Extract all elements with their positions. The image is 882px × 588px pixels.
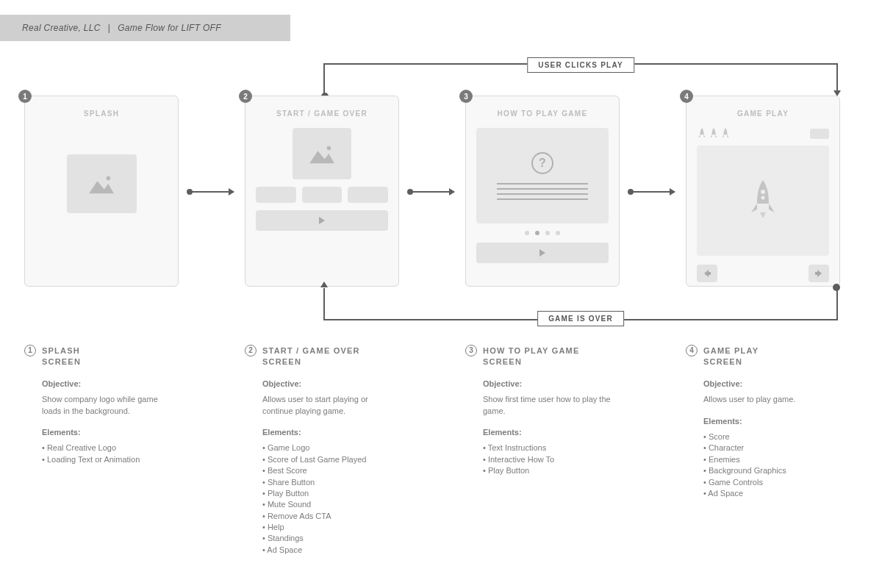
elements-list-item: Share Button	[262, 477, 399, 488]
arrow-right-icon	[814, 269, 823, 278]
card-number-badge: 1	[18, 90, 32, 103]
rocket-large-icon	[745, 179, 781, 223]
play-icon	[539, 249, 545, 257]
objective-heading: Objective:	[262, 379, 399, 390]
desc-number: 2	[245, 345, 257, 356]
card-label: SPLASH	[35, 110, 168, 118]
elements-list-item: Real Creative Logo	[42, 442, 179, 453]
desc-number: 4	[686, 345, 698, 356]
button-placeholder	[348, 187, 388, 203]
connector-top-label: USER CLICKS PLAY	[527, 57, 634, 73]
card-label: START / GAME OVER	[256, 110, 388, 118]
elements-list-item: Best Score	[262, 465, 399, 476]
card-splash: 1 SPLASH	[24, 96, 179, 287]
score-placeholder	[810, 129, 829, 139]
button-placeholder	[302, 187, 343, 203]
objective-text: Show company logo while game loads in th…	[42, 394, 179, 417]
objective-heading: Objective:	[483, 379, 620, 390]
card-number-badge: 3	[459, 90, 473, 103]
objective-heading: Objective:	[42, 379, 179, 390]
howto-content-placeholder: ?	[476, 128, 609, 223]
svg-point-5	[761, 196, 765, 200]
rocket-icon	[709, 128, 719, 140]
elements-list-item: Ad Space	[262, 545, 399, 556]
desc-start-game-over: 2 START / GAME OVER SCREEN Objective: Al…	[245, 345, 399, 556]
elements-list: Real Creative LogoLoading Text or Animat…	[42, 442, 179, 465]
elements-list-item: Help	[262, 522, 399, 533]
project-title: Game Flow for LIFT OFF	[118, 23, 221, 33]
card-label: HOW TO PLAY GAME	[476, 110, 609, 118]
objective-text: Show first time user how to play the gam…	[483, 394, 620, 417]
elements-heading: Elements:	[703, 416, 840, 427]
game-area-placeholder	[697, 146, 829, 256]
elements-heading: Elements:	[262, 427, 399, 438]
desc-splash: 1 SPLASH SCREEN Objective: Show company …	[24, 345, 179, 556]
svg-point-4	[761, 190, 765, 194]
left-arrow-button	[697, 265, 717, 282]
desc-title: SPLASH SCREEN	[42, 345, 81, 368]
button-placeholder	[256, 187, 296, 203]
connector-user-clicks-play: USER CLICKS PLAY	[323, 63, 838, 96]
play-icon	[319, 217, 325, 224]
card-number-badge: 2	[239, 90, 252, 103]
flow-arrow	[410, 191, 454, 193]
descriptions-row: 1 SPLASH SCREEN Objective: Show company …	[24, 345, 858, 556]
card-start-game-over: 2 START / GAME OVER	[245, 96, 399, 287]
objective-text: Allows user to play game.	[703, 394, 840, 405]
connector-game-is-over: GAME IS OVER	[323, 288, 838, 320]
objective-heading: Objective:	[703, 379, 840, 390]
elements-list-item: Character	[703, 442, 840, 453]
card-game-play: 4 GAME PLAY	[686, 96, 840, 287]
controls-row	[697, 265, 829, 282]
play-button-placeholder	[256, 210, 388, 231]
svg-point-1	[107, 176, 111, 181]
elements-list-item: Score of Last Game Played	[262, 454, 399, 465]
card-number-badge: 4	[680, 90, 693, 103]
card-label: GAME PLAY	[697, 110, 829, 118]
desc-number: 1	[24, 345, 36, 356]
elements-list-item: Remove Ads CTA	[262, 511, 399, 522]
rocket-icon	[697, 128, 707, 140]
elements-list: ScoreCharacterEnemiesBackground Graphics…	[703, 431, 840, 499]
header-separator: |	[108, 23, 110, 33]
flow-diagram: 1 SPLASH 2 START / GAME OVER 3 HOW TO PL…	[24, 96, 858, 309]
elements-list-item: Game Logo	[262, 442, 399, 453]
text-lines-placeholder	[497, 183, 589, 200]
desc-title: HOW TO PLAY GAME SCREEN	[483, 345, 579, 368]
elements-list-item: Score	[703, 431, 840, 442]
elements-list-item: Play Button	[262, 488, 399, 499]
arrow-left-icon	[703, 269, 711, 278]
elements-list-item: Game Controls	[703, 477, 840, 488]
elements-list-item: Ad Space	[703, 488, 840, 499]
svg-marker-2	[309, 151, 334, 163]
page-dots	[476, 231, 609, 235]
image-placeholder-icon	[293, 128, 351, 179]
desc-title: START / GAME OVER SCREEN	[262, 345, 360, 368]
elements-heading: Elements:	[42, 427, 179, 438]
flow-arrow	[631, 191, 675, 193]
desc-number: 3	[465, 345, 477, 356]
elements-list: Text InstructionsInteractive How ToPlay …	[483, 442, 620, 476]
elements-list-item: Loading Text or Animation	[42, 454, 179, 465]
elements-list-item: Background Graphics	[703, 465, 840, 476]
elements-list-item: Enemies	[703, 454, 840, 465]
elements-list-item: Text Instructions	[483, 442, 620, 453]
play-button-placeholder	[476, 243, 609, 263]
elements-list-item: Mute Sound	[262, 499, 399, 510]
rocket-icon	[720, 128, 731, 140]
elements-list-item: Standings	[262, 533, 399, 544]
right-arrow-button	[808, 265, 829, 282]
card-how-to-play: 3 HOW TO PLAY GAME ?	[465, 96, 620, 287]
desc-how-to-play: 3 HOW TO PLAY GAME SCREEN Objective: Sho…	[465, 345, 620, 556]
question-icon: ?	[531, 152, 553, 174]
flow-arrow	[190, 191, 234, 193]
elements-heading: Elements:	[483, 427, 620, 438]
company-name: Real Creative, LLC	[22, 23, 101, 33]
svg-marker-0	[89, 181, 114, 193]
elements-list: Game LogoScore of Last Game PlayedBest S…	[262, 442, 399, 556]
svg-point-3	[327, 146, 331, 151]
button-placeholder-row	[256, 187, 388, 203]
document-header: Real Creative, LLC | Game Flow for LIFT …	[0, 15, 290, 41]
elements-list-item: Play Button	[483, 465, 620, 476]
desc-title: GAME PLAY SCREEN	[703, 345, 759, 368]
